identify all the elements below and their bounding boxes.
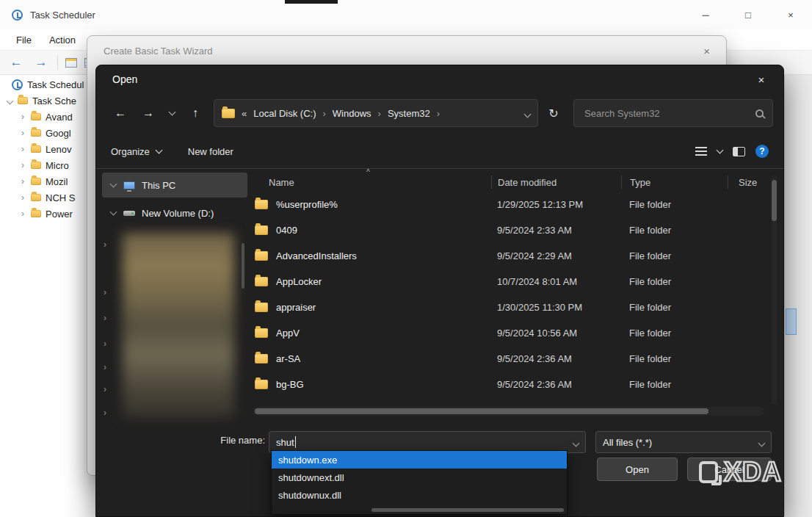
file-type: File folder: [621, 199, 728, 210]
view-mode-chevron-icon[interactable]: [717, 146, 724, 153]
horizontal-scrollbar-thumb[interactable]: [255, 408, 708, 414]
recent-locations-chevron-icon[interactable]: [162, 101, 181, 126]
chevron-right-icon[interactable]: ›: [19, 112, 26, 122]
folder-icon: [31, 194, 41, 201]
tree-label: Lenov: [46, 144, 71, 155]
breadcrumb-item-windows[interactable]: Windows: [333, 108, 371, 119]
help-icon[interactable]: ?: [755, 145, 769, 158]
open-button[interactable]: Open: [597, 458, 678, 481]
file-row[interactable]: appraiser 1/30/2025 11:30 PM File folder: [250, 294, 768, 320]
sort-ascending-icon: ^: [366, 168, 370, 176]
chevron-down-icon[interactable]: [109, 212, 117, 214]
minimize-button[interactable]: ─: [684, 0, 727, 29]
column-header-name[interactable]: Name: [250, 176, 491, 189]
toolbar-separator: [96, 168, 783, 169]
file-row[interactable]: AppLocker 10/7/2024 8:01 AM File folder: [250, 269, 768, 294]
chevron-down-icon[interactable]: [759, 437, 764, 448]
file-row[interactable]: AppV 9/5/2024 10:56 AM File folder: [250, 320, 768, 346]
file-row[interactable]: %userprofile% 1/29/2025 12:13 PM File fo…: [250, 192, 768, 217]
tree-label: Avand: [46, 112, 73, 123]
file-date: 9/5/2024 2:33 AM: [491, 225, 621, 236]
refresh-icon[interactable]: ↻: [541, 101, 566, 126]
sidebar-scrollbar[interactable]: [242, 243, 244, 289]
chevron-down-icon[interactable]: [573, 437, 579, 448]
chevron-right-icon[interactable]: ›: [19, 128, 26, 138]
sidebar-item-new-volume[interactable]: New Volume (D:): [102, 200, 247, 225]
search-input[interactable]: [583, 107, 755, 120]
chevron-right-icon[interactable]: ›: [19, 176, 26, 187]
close-icon[interactable]: ×: [703, 45, 710, 57]
chevron-right-icon[interactable]: ›: [104, 362, 106, 372]
dropdown-scrollbar-thumb[interactable]: [371, 508, 564, 512]
menu-action[interactable]: Action: [40, 32, 84, 48]
chevron-right-icon[interactable]: ›: [19, 209, 26, 219]
file-type-combobox[interactable]: All files (*.*): [595, 431, 772, 453]
address-bar[interactable]: « Local Disk (C:) › Windows › System32 ›: [214, 99, 538, 127]
up-button[interactable]: ↑: [181, 101, 209, 126]
suggestion-item[interactable]: shutdownux.dll: [272, 486, 567, 504]
file-date: 1/29/2025 12:13 PM: [491, 199, 621, 210]
file-row[interactable]: 0409 9/5/2024 2:33 AM File folder: [250, 217, 768, 243]
sidebar-item-this-pc[interactable]: This PC: [102, 173, 247, 198]
chevron-right-icon[interactable]: ›: [104, 239, 106, 250]
address-dropdown-chevron-icon[interactable]: [525, 108, 530, 119]
file-row[interactable]: ar-SA 9/5/2024 2:36 AM File folder: [250, 346, 768, 372]
column-header-size[interactable]: Size: [728, 176, 768, 189]
suggestion-item[interactable]: shutdown.exe: [272, 451, 567, 469]
new-folder-label: New folder: [188, 146, 233, 157]
vertical-scrollbar[interactable]: [772, 176, 777, 405]
organize-label: Organize: [111, 146, 150, 157]
chevron-down-icon[interactable]: [6, 95, 13, 106]
search-box[interactable]: [573, 99, 773, 127]
new-folder-button[interactable]: New folder: [188, 146, 233, 157]
view-mode-icon[interactable]: [695, 147, 707, 156]
suggestion-item[interactable]: shutdownext.dll: [272, 469, 567, 486]
file-row[interactable]: AdvancedInstallers 9/5/2024 2:29 AM File…: [250, 243, 768, 269]
chevron-right-icon: ›: [322, 108, 325, 119]
organize-button[interactable]: Organize: [111, 146, 162, 157]
chevron-right-icon[interactable]: ›: [19, 144, 26, 154]
column-header-date-modified[interactable]: Date modified: [491, 176, 621, 189]
file-type: File folder: [621, 328, 728, 339]
breadcrumb-item-drive[interactable]: Local Disk (C:): [253, 108, 316, 119]
chevron-right-icon[interactable]: ›: [104, 313, 106, 323]
window-title: Task Scheduler: [30, 10, 95, 21]
chevron-down-icon[interactable]: [109, 184, 117, 187]
close-icon[interactable]: ×: [750, 73, 773, 86]
chevron-right-icon[interactable]: ›: [104, 384, 106, 394]
chevron-right-icon[interactable]: ›: [19, 192, 26, 203]
back-icon[interactable]: ←: [7, 55, 25, 70]
file-row[interactable]: bg-BG 9/5/2024 2:36 AM File folder: [250, 372, 768, 397]
forward-button[interactable]: →: [134, 101, 162, 126]
console-tree-icon[interactable]: [65, 58, 77, 68]
task-scheduler-icon: [12, 79, 23, 90]
file-date: 9/5/2024 2:36 AM: [491, 353, 621, 364]
window-controls: ─ □ ×: [684, 0, 812, 29]
folder-icon: [31, 145, 41, 153]
forward-icon[interactable]: →: [32, 55, 50, 70]
chevron-right-icon[interactable]: ›: [19, 160, 26, 170]
sidebar-label: This PC: [142, 180, 175, 191]
chevron-right-icon[interactable]: ›: [104, 287, 106, 297]
view-options: ?: [695, 145, 769, 158]
open-dialog-title: Open: [112, 73, 137, 85]
wizard-titlebar: Create Basic Task Wizard ×: [87, 36, 726, 65]
background-accent-fragment: [786, 308, 797, 335]
breadcrumb-item-system32[interactable]: System32: [388, 108, 430, 119]
folder-icon: [31, 162, 41, 169]
close-button[interactable]: ×: [769, 0, 812, 29]
chevron-right-icon[interactable]: ›: [104, 408, 106, 418]
menu-file[interactable]: File: [7, 32, 40, 48]
file-date: 1/30/2025 11:30 PM: [491, 302, 621, 313]
breadcrumb-overflow[interactable]: «: [242, 108, 247, 119]
vertical-scrollbar-thumb[interactable]: [772, 180, 777, 221]
back-button[interactable]: ←: [106, 101, 134, 126]
chevron-right-icon[interactable]: ›: [104, 339, 106, 349]
background-panel-fragment: [784, 75, 812, 517]
preview-pane-icon[interactable]: [733, 147, 745, 156]
maximize-button[interactable]: □: [727, 0, 769, 29]
tree-label: Mozil: [46, 176, 68, 187]
file-date: 9/5/2024 2:36 AM: [491, 379, 621, 390]
column-header-type[interactable]: Type: [621, 176, 728, 189]
horizontal-scrollbar[interactable]: [253, 407, 764, 416]
